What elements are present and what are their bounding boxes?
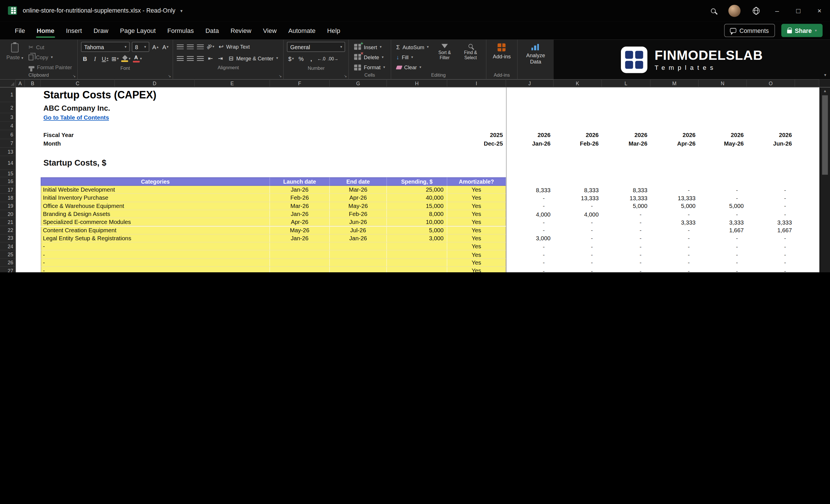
category-cell[interactable]: Content Creation Equipment (41, 226, 270, 234)
increase-indent-button[interactable]: ⇥ (217, 54, 225, 63)
menu-tab-page-layout[interactable]: Page Layout (114, 21, 161, 40)
row-header-7[interactable]: 7 (0, 139, 15, 148)
launch-date-cell[interactable]: Apr-26 (270, 218, 330, 226)
cell[interactable]: Apr-26 (651, 139, 699, 148)
increase-decimal-button[interactable]: ←.0 (317, 54, 325, 63)
align-left-button[interactable] (176, 54, 184, 63)
cell[interactable]: 8,333 (554, 186, 602, 194)
company-name[interactable]: ABC Company Inc. (42, 102, 306, 113)
column-header-B[interactable]: B (25, 80, 41, 87)
table-header[interactable]: Launch date (270, 177, 330, 186)
launch-date-cell[interactable] (270, 259, 330, 266)
find-select-button[interactable]: Find & Select (458, 42, 483, 60)
decrease-decimal-button[interactable]: .00→ (328, 54, 339, 63)
font-family-select[interactable]: Tahoma▾ (81, 42, 130, 52)
close-button[interactable]: × (809, 0, 830, 21)
cell[interactable]: Jan-26 (506, 139, 554, 148)
amortizable-cell[interactable]: Yes (447, 234, 506, 243)
cell[interactable]: - (506, 218, 554, 226)
decrease-indent-button[interactable]: ⇤ (206, 54, 215, 63)
spending-cell[interactable] (387, 251, 447, 259)
cell[interactable]: - (602, 243, 650, 251)
menu-tab-draw[interactable]: Draw (88, 21, 115, 40)
cell[interactable]: - (554, 234, 602, 243)
end-date-cell[interactable]: May-26 (330, 202, 387, 210)
cell[interactable]: - (699, 267, 747, 272)
cell[interactable]: - (554, 202, 602, 210)
menu-tab-formulas[interactable]: Formulas (162, 21, 200, 40)
end-date-cell[interactable]: Jul-26 (330, 226, 387, 234)
cell[interactable]: - (506, 194, 554, 202)
amortizable-cell[interactable]: Yes (447, 194, 506, 202)
column-header-J[interactable]: J (506, 80, 554, 87)
section-title-costs[interactable]: Startup Costs, $ (42, 156, 306, 170)
dialog-launcher-icon[interactable]: ↘ (168, 74, 171, 78)
cell[interactable]: - (506, 226, 554, 234)
cell[interactable]: 4,000 (506, 210, 554, 218)
cell[interactable]: - (747, 234, 795, 243)
cell[interactable]: Feb-26 (554, 139, 602, 148)
column-header-I[interactable]: I (447, 80, 506, 87)
dialog-launcher-icon[interactable]: ↘ (344, 74, 347, 78)
cell[interactable]: Mar-26 (602, 139, 650, 148)
launch-date-cell[interactable]: Feb-26 (270, 194, 330, 202)
cell[interactable]: 8,333 (602, 186, 650, 194)
row-header-25[interactable]: 25 (0, 251, 15, 259)
wrap-text-button[interactable]: ↩Wrap Text (217, 42, 252, 51)
end-date-cell[interactable]: Apr-26 (330, 194, 387, 202)
category-cell[interactable]: Office & Warehouse Equipment (41, 202, 270, 210)
column-header-C[interactable]: C (41, 80, 115, 87)
column-header-F[interactable]: F (270, 80, 330, 87)
cell[interactable]: - (554, 267, 602, 272)
launch-date-cell[interactable]: Jan-26 (270, 234, 330, 243)
category-cell[interactable]: Legal Entity Setup & Registrations (41, 234, 270, 243)
row-header-26[interactable]: 26 (0, 259, 15, 266)
row-header-22[interactable]: 22 (0, 226, 15, 234)
menu-tab-home[interactable]: Home (31, 21, 60, 40)
accounting-format-button[interactable]: $▾ (287, 54, 295, 63)
cell[interactable]: Jun-26 (747, 139, 795, 148)
underline-button[interactable]: U▾ (101, 54, 109, 63)
analyze-data-button[interactable]: Analyze Data (521, 42, 550, 66)
cell[interactable]: 13,333 (602, 194, 650, 202)
cell[interactable]: 13,333 (554, 194, 602, 202)
column-header-E[interactable]: E (195, 80, 270, 87)
vertical-scrollbar[interactable]: ▲ ▼ (820, 87, 830, 272)
row-header-21[interactable]: 21 (0, 218, 15, 226)
cell[interactable]: - (651, 234, 699, 243)
select-all-corner[interactable] (0, 80, 16, 87)
table-header[interactable]: Categories (41, 177, 270, 186)
cell[interactable]: - (747, 194, 795, 202)
category-cell[interactable]: - (41, 259, 270, 266)
launch-date-cell[interactable] (270, 251, 330, 259)
font-color-button[interactable]: A▾ (133, 54, 142, 63)
launch-date-cell[interactable]: Jan-26 (270, 210, 330, 218)
spending-cell[interactable] (387, 267, 447, 272)
align-right-button[interactable] (196, 54, 204, 63)
cell[interactable]: - (554, 251, 602, 259)
launch-date-cell[interactable]: Mar-26 (270, 202, 330, 210)
dialog-launcher-icon[interactable]: ↘ (73, 74, 76, 78)
cell[interactable]: - (602, 251, 650, 259)
insert-cells-button[interactable]: +Insert▾ (352, 42, 387, 52)
orientation-button[interactable]: ab▾ (206, 42, 215, 51)
amortizable-cell[interactable]: Yes (447, 251, 506, 259)
copy-button[interactable]: Copy▾ (26, 52, 74, 62)
spending-cell[interactable]: 25,000 (387, 186, 447, 194)
cell[interactable]: 3,333 (747, 218, 795, 226)
spending-cell[interactable]: 40,000 (387, 194, 447, 202)
cell[interactable]: - (506, 267, 554, 272)
cell[interactable]: 2026 (699, 130, 747, 139)
cell[interactable]: - (651, 259, 699, 266)
row-header-16[interactable]: 16 (0, 177, 15, 186)
cell[interactable]: - (554, 243, 602, 251)
fiscal-year-label[interactable]: Fiscal Year (42, 130, 200, 139)
share-button[interactable]: Share▾ (781, 24, 823, 37)
scroll-up-icon[interactable]: ▲ (823, 87, 827, 94)
column-header-L[interactable]: L (602, 80, 650, 87)
end-date-cell[interactable]: Jan-26 (330, 234, 387, 243)
spending-cell[interactable] (387, 243, 447, 251)
row-header-23[interactable]: 23 (0, 234, 15, 243)
fill-color-button[interactable]: ▾ (121, 54, 130, 63)
column-header-N[interactable]: N (699, 80, 747, 87)
